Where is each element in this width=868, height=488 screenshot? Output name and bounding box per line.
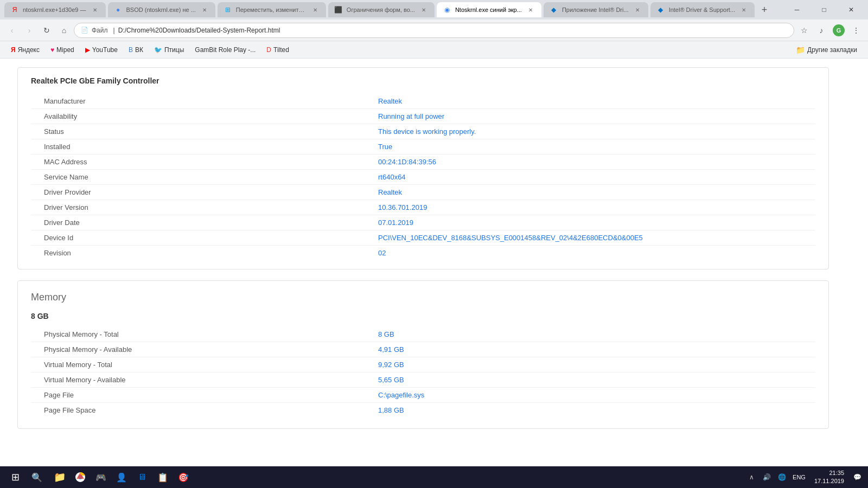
- network-device-card: Realtek PCIe GbE Family Controller Manuf…: [17, 67, 829, 269]
- language-badge[interactable]: ENG: [790, 474, 808, 480]
- taskbar-pinned: 📁 🎮 👤 🖥 📋: [50, 467, 193, 487]
- music-button[interactable]: ♪: [814, 23, 829, 38]
- tray-network-icon[interactable]: 🌐: [775, 471, 788, 484]
- taskbar-app7[interactable]: 🎯: [174, 467, 193, 487]
- minimize-button[interactable]: ─: [784, 1, 809, 18]
- bookmark-miped-label: Miped: [56, 46, 74, 54]
- bookmark-youtube-label: YouTube: [92, 46, 118, 54]
- tab-1-close[interactable]: ✕: [91, 5, 99, 14]
- bookmark-youtube[interactable]: ▶ YouTube: [81, 45, 122, 55]
- tab-6[interactable]: ◆ Приложение Intel® Dri... ✕: [544, 2, 648, 17]
- prop-label-manufacturer: Manufacturer: [31, 97, 378, 105]
- new-tab-button[interactable]: +: [757, 2, 772, 17]
- taskbar-chrome[interactable]: [71, 467, 90, 487]
- steam-icon: 🎮: [95, 472, 106, 483]
- table-row: Installed True: [31, 139, 815, 155]
- prop-value-virt-available: 5,65 GB: [378, 376, 404, 384]
- tab-6-close[interactable]: ✕: [633, 5, 642, 14]
- tab-3[interactable]: ⊞ Переместить, изменить... ✕: [218, 2, 326, 17]
- table-row: Manufacturer Realtek: [31, 94, 815, 109]
- prop-label-availability: Availability: [31, 112, 378, 120]
- prop-label-driver-date: Driver Date: [31, 219, 378, 227]
- tray-clock[interactable]: 21:35 17.11.2019: [810, 469, 848, 486]
- bookmark-star-button[interactable]: ☆: [796, 23, 812, 38]
- tab-7[interactable]: ◆ Intel® Driver & Support... ✕: [650, 2, 755, 17]
- tab-4-close[interactable]: ✕: [419, 5, 428, 14]
- tab-4-favicon: ⬛: [335, 6, 342, 14]
- memory-card: Memory 8 GB Physical Memory - Total 8 GB…: [17, 280, 829, 429]
- search-icon: 🔍: [31, 472, 42, 483]
- bookmark-tilted[interactable]: D Tilted: [262, 45, 293, 55]
- prop-value-service: rt640x64: [378, 173, 406, 181]
- tab-4-title: Ограничения форм, во...: [347, 7, 415, 13]
- table-row: Driver Provider Realtek: [31, 185, 815, 200]
- tab-2[interactable]: ● BSOD (ntoskrnl.exe) не ... ✕: [108, 2, 215, 17]
- profile-button[interactable]: G: [831, 23, 846, 38]
- prop-value-revision: 02: [378, 249, 386, 257]
- nav-bar: ‹ › ↻ ⌂ 📄 Файл | D:/Chrome%20Downloads/D…: [0, 20, 868, 41]
- prop-label-driver-provider: Driver Provider: [31, 188, 378, 196]
- app5-icon: 🖥: [138, 472, 146, 482]
- tray-expand-button[interactable]: ∧: [745, 471, 758, 484]
- tab-2-close[interactable]: ✕: [200, 5, 209, 14]
- taskbar-app4[interactable]: 👤: [112, 467, 131, 487]
- prop-label-virt-available: Virtual Memory - Available: [31, 376, 378, 384]
- table-row: Driver Version 10.36.701.2019: [31, 200, 815, 215]
- bookmark-tilted-label: Tilted: [273, 46, 289, 54]
- bookmark-birds[interactable]: 🐦 Птицы: [150, 45, 188, 55]
- tab-3-close[interactable]: ✕: [311, 5, 320, 14]
- taskbar-file-explorer[interactable]: 📁: [50, 467, 69, 487]
- tab-5-close[interactable]: ✕: [526, 5, 535, 14]
- prop-label-mac: MAC Address: [31, 158, 378, 166]
- close-button[interactable]: ✕: [839, 1, 864, 18]
- prop-value-device-id: PCI\VEN_10EC&DEV_8168&SUBSYS_E0001458&RE…: [378, 234, 643, 242]
- taskbar-app5[interactable]: 🖥: [132, 467, 152, 487]
- maximize-button[interactable]: □: [812, 1, 837, 18]
- prop-label-device-id: Device Id: [31, 234, 378, 242]
- back-button[interactable]: ‹: [4, 23, 20, 38]
- content-area[interactable]: Realtek PCIe GbE Family Controller Manuf…: [0, 59, 868, 466]
- prop-label-page-file: Page File: [31, 391, 378, 399]
- bookmark-miped[interactable]: ♥ Miped: [46, 45, 79, 55]
- tray-time-text: 21:35: [829, 469, 844, 477]
- prop-label-virt-total: Virtual Memory - Total: [31, 361, 378, 369]
- tab-7-title: Intel® Driver & Support...: [669, 7, 735, 13]
- app4-icon: 👤: [116, 472, 127, 483]
- search-button[interactable]: 🔍: [28, 468, 46, 486]
- memory-subsection-title: 8 GB: [31, 312, 815, 320]
- notification-button[interactable]: 💬: [851, 471, 864, 484]
- miped-icon: ♥: [50, 46, 54, 54]
- tray-speaker-icon[interactable]: 🔊: [760, 471, 773, 484]
- bookmark-gambit[interactable]: GamBit Role Play -...: [190, 45, 260, 55]
- prop-value-mac: 00:24:1D:84:39:56: [378, 158, 436, 166]
- prop-value-availability: Running at full power: [378, 112, 444, 120]
- home-button[interactable]: ⌂: [56, 23, 72, 38]
- tray-date-text: 17.11.2019: [814, 477, 844, 485]
- tab-1[interactable]: Я ntoskrnl.exe+1d30e9 — ✕: [4, 2, 106, 17]
- taskbar-app6[interactable]: 📋: [153, 467, 173, 487]
- prop-value-phys-total: 8 GB: [378, 330, 394, 338]
- bookmarks-bar: Я Яндекс ♥ Miped ▶ YouTube В ВК 🐦 Птицы …: [0, 41, 868, 59]
- bookmark-yandex[interactable]: Я Яндекс: [7, 45, 44, 55]
- prop-label-page-file-space: Page File Space: [31, 406, 378, 414]
- memory-heading: Memory: [31, 292, 815, 303]
- taskbar-steam[interactable]: 🎮: [91, 467, 111, 487]
- prop-value-driver-provider: Realtek: [378, 188, 402, 196]
- tab-5[interactable]: ◉ Ntoskrnl.exe синий экр... ✕: [437, 2, 541, 17]
- prop-value-manufacturer: Realtek: [378, 97, 402, 105]
- tab-7-close[interactable]: ✕: [739, 5, 748, 14]
- other-bookmarks[interactable]: 📁 Другие закладки: [792, 44, 861, 55]
- tab-4[interactable]: ⬛ Ограничения форм, во... ✕: [328, 2, 435, 17]
- tab-3-favicon: ⊞: [224, 6, 232, 14]
- reload-button[interactable]: ↻: [39, 23, 54, 38]
- prop-value-installed: True: [378, 143, 392, 151]
- prop-label-revision: Revision: [31, 249, 378, 257]
- start-button[interactable]: ⊞: [4, 468, 26, 486]
- bookmark-vk[interactable]: В ВК: [124, 45, 148, 55]
- address-bar[interactable]: 📄 Файл | D:/Chrome%20Downloads/Detailed-…: [74, 23, 794, 38]
- title-bar: Я ntoskrnl.exe+1d30e9 — ✕ ● BSOD (ntoskr…: [0, 0, 868, 20]
- menu-button[interactable]: ⋮: [848, 23, 864, 38]
- bookmark-gambit-label: GamBit Role Play -...: [195, 46, 256, 54]
- forward-button[interactable]: ›: [22, 23, 37, 38]
- birds-icon: 🐦: [154, 46, 162, 54]
